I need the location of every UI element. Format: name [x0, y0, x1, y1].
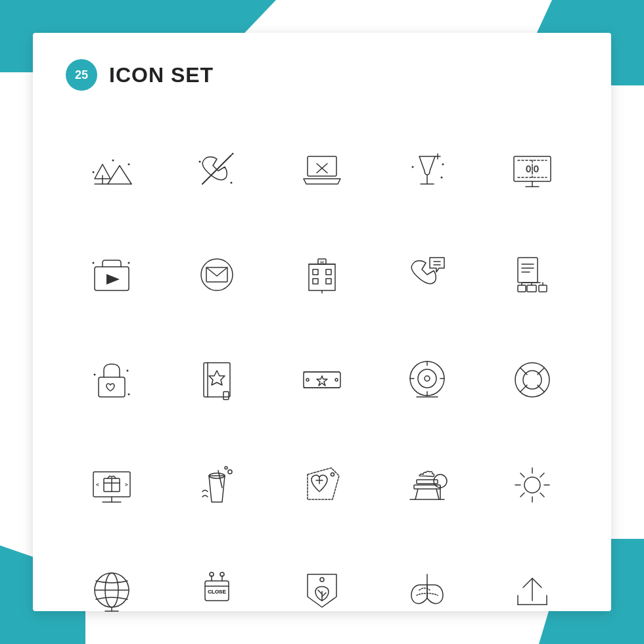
svg-rect-61	[223, 392, 229, 400]
svg-line-79	[538, 368, 544, 375]
svg-line-110	[540, 493, 544, 497]
badge-number: 25	[66, 59, 97, 91]
svg-line-111	[540, 473, 544, 477]
svg-point-67	[335, 379, 338, 381]
svg-point-93	[225, 467, 227, 469]
svg-point-30	[201, 259, 233, 290]
icon-health-tag	[276, 439, 368, 531]
svg-point-70	[425, 376, 430, 381]
svg-point-66	[306, 379, 309, 381]
svg-point-7	[232, 153, 234, 155]
svg-point-28	[93, 262, 95, 264]
page-title: ICON SET	[109, 63, 214, 87]
icon-video-bag	[66, 229, 158, 321]
svg-line-128	[322, 593, 326, 597]
icon-mail-circle	[171, 229, 263, 321]
icon-lungs	[381, 544, 473, 636]
svg-line-127	[318, 590, 322, 594]
svg-text:CLOSE: CLOSE	[208, 589, 226, 595]
svg-point-125	[320, 578, 324, 582]
svg-point-17	[442, 164, 444, 166]
icon-lifebuoy	[486, 334, 578, 426]
svg-point-16	[412, 166, 414, 168]
svg-rect-36	[313, 279, 318, 284]
svg-line-81	[538, 385, 544, 392]
icon-document-flow	[486, 229, 578, 321]
svg-point-4	[128, 164, 130, 166]
svg-rect-32	[309, 264, 335, 290]
svg-point-2	[93, 172, 95, 173]
svg-rect-97	[414, 485, 440, 489]
icon-sun	[486, 439, 578, 531]
icon-wine-glass	[381, 124, 473, 216]
svg-point-92	[228, 470, 232, 474]
svg-rect-37	[326, 279, 331, 284]
svg-marker-65	[317, 376, 327, 386]
svg-rect-34	[313, 269, 318, 275]
icon-star-book	[171, 334, 263, 426]
icon-lock-hearts	[66, 334, 158, 426]
svg-rect-43	[518, 258, 538, 283]
icon-gift-monitor: < >	[66, 439, 158, 531]
header: 25 ICON SET	[66, 59, 578, 91]
svg-line-109	[520, 473, 524, 477]
svg-point-69	[418, 369, 436, 388]
svg-line-78	[520, 368, 527, 375]
icon-park-bench	[381, 439, 473, 531]
svg-point-56	[127, 370, 129, 372]
svg-point-18	[441, 177, 443, 179]
icon-globe	[66, 544, 158, 636]
icon-eco-tag	[276, 544, 368, 636]
svg-rect-35	[326, 269, 331, 275]
icon-upload	[486, 544, 578, 636]
svg-point-6	[199, 161, 201, 163]
icon-laptop-x	[276, 124, 368, 216]
icon-safe-circle	[381, 334, 473, 426]
icon-star-ticket	[276, 334, 368, 426]
svg-text:<: <	[96, 482, 99, 488]
svg-marker-27	[106, 274, 120, 285]
svg-text:>: >	[125, 482, 128, 488]
icon-close-sign: CLOSE	[171, 544, 263, 636]
icon-tree-mountain	[66, 124, 158, 216]
svg-point-29	[128, 262, 130, 264]
svg-rect-50	[518, 285, 526, 292]
icon-smoothie	[171, 439, 263, 531]
svg-point-8	[231, 182, 233, 184]
icon-phone-chat	[381, 229, 473, 321]
icon-grid: 0:0	[66, 124, 578, 636]
icon-hotel-building: H	[276, 229, 368, 321]
svg-point-96	[331, 473, 334, 476]
main-card: 25 ICON SET	[33, 33, 611, 611]
svg-point-3	[112, 160, 114, 162]
svg-rect-51	[539, 285, 547, 292]
svg-line-112	[520, 493, 524, 497]
svg-point-55	[94, 374, 96, 376]
svg-point-57	[128, 394, 130, 396]
svg-line-100	[436, 489, 439, 499]
icon-phone-off	[171, 124, 263, 216]
svg-marker-60	[209, 371, 225, 385]
svg-rect-47	[527, 285, 536, 292]
svg-line-99	[415, 489, 418, 499]
icon-scoreboard: 0:0	[486, 124, 578, 216]
svg-line-80	[520, 385, 527, 392]
svg-text:H: H	[320, 260, 323, 265]
svg-rect-54	[99, 377, 125, 397]
svg-rect-9	[308, 156, 336, 176]
svg-point-68	[410, 361, 444, 396]
svg-point-104	[524, 477, 540, 493]
